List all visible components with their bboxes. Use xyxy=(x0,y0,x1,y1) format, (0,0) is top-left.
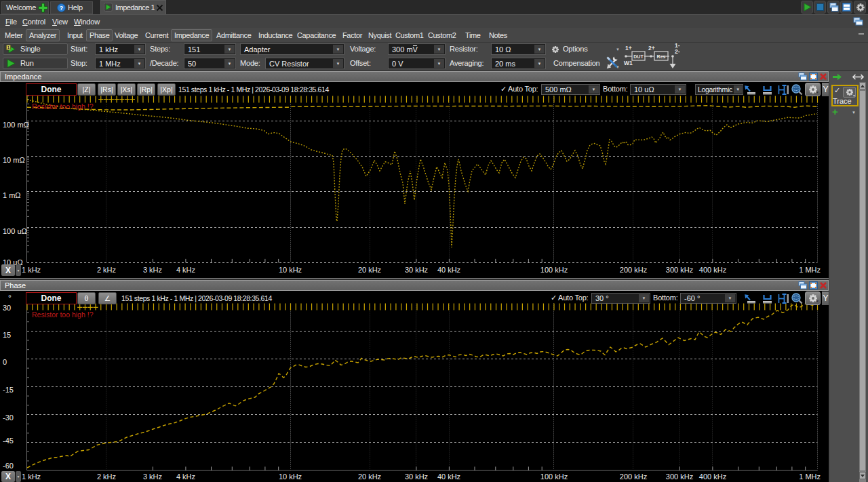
svg-text:-45: -45 xyxy=(3,437,14,445)
svg-text:Resistor too high !?: Resistor too high !? xyxy=(32,310,94,319)
svg-text:0: 0 xyxy=(3,358,7,366)
svg-text:15: 15 xyxy=(3,331,11,339)
svg-text:-60: -60 xyxy=(3,462,14,470)
svg-text:-30: -30 xyxy=(3,414,14,422)
svg-text:30: 30 xyxy=(3,304,11,312)
svg-text:-15: -15 xyxy=(3,386,14,394)
